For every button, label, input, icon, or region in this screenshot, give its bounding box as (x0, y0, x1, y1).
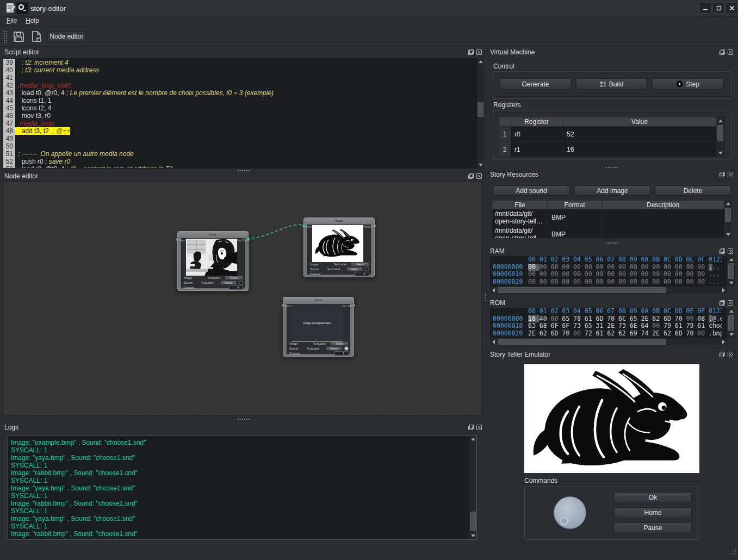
registers-vscrollbar[interactable] (717, 117, 724, 157)
rom-hscrollbar[interactable] (490, 338, 727, 345)
emulator-close-icon[interactable] (727, 351, 734, 358)
port-in-dot[interactable] (282, 304, 284, 307)
resources-col-file[interactable]: File (492, 200, 548, 209)
port-out-dot[interactable] (247, 238, 250, 241)
node-editor-toolbar-button[interactable]: Node editor (47, 31, 86, 42)
vm-float-icon[interactable] (719, 49, 725, 55)
resources-float-icon[interactable] (719, 171, 725, 178)
logs-content[interactable]: Image: "example.bmp" , Sound: "choose1.s… (8, 435, 477, 540)
node-image-select-button[interactable]: Select (351, 262, 369, 266)
resources-col-description[interactable]: Description (602, 200, 724, 209)
code-line: 42.media_loop_start: (3, 82, 476, 89)
script-editor-float-icon[interactable] (468, 49, 474, 55)
hex-row: 0000000000000000000000000000000000000000… (490, 264, 727, 271)
pause-button[interactable]: Pause (614, 522, 692, 533)
node-outputs-spinbox[interactable]: 1 (334, 351, 349, 356)
node-sound-dial-icon[interactable] (239, 281, 243, 285)
resources-close-icon[interactable] (727, 171, 734, 178)
node-image-label: Image (184, 276, 192, 279)
resources-col-format[interactable]: Format (548, 200, 602, 209)
node-sound-select-button[interactable]: Select (346, 267, 363, 271)
logs-vscrollbar[interactable] (469, 435, 476, 539)
close-button[interactable] (725, 2, 738, 14)
menu-help[interactable]: Help (26, 17, 39, 24)
ok-button[interactable]: Ok (614, 492, 692, 503)
register-row[interactable]: 1r052 (499, 127, 724, 142)
log-line: SYSCALL: 1 (11, 492, 476, 500)
node-sound-select-button[interactable]: Select (220, 281, 237, 285)
splitter-resources-ram[interactable] (605, 242, 618, 244)
vm-close-icon[interactable] (727, 49, 734, 55)
splitter-main-vertical[interactable] (485, 293, 487, 301)
splitter-script-node[interactable] (237, 170, 250, 172)
port-in-dot[interactable] (302, 225, 305, 227)
rom-float-icon[interactable] (719, 300, 725, 306)
node-image-yaya (186, 239, 237, 276)
node-rabbit[interactable]: Node Port In Port Out ImageTextLabelSele… (303, 217, 375, 277)
resource-row[interactable]: /mnt/data/git/ open-story-tellBMP (492, 226, 724, 238)
ram-hex-view[interactable]: 000102030405060708090A0B0C0D0E0F01234567… (490, 256, 727, 287)
code-line: 53 load r0, @t3, 4 ; r0 = content in ram… (3, 165, 476, 169)
ram-hscrollbar[interactable] (490, 287, 727, 294)
node-empty[interactable]: Node Port In Port Out Image will appear … (283, 297, 354, 357)
maximize-button[interactable] (712, 2, 725, 14)
add-image-button[interactable]: Add image (574, 185, 650, 196)
rom-panel-title: ROM (490, 299, 505, 307)
ram-close-icon[interactable] (727, 248, 734, 254)
port-out-dot[interactable] (352, 304, 355, 307)
ram-vscrollbar[interactable] (728, 256, 735, 287)
build-button[interactable]: Build (576, 78, 647, 90)
node-outputs-spinbox[interactable]: 4 (229, 285, 243, 290)
vm-panel-title: Virtual Machine (490, 48, 535, 56)
registers-table[interactable]: Register Value 1r0522r116 (499, 117, 724, 157)
splitter-vm-resources[interactable] (605, 166, 618, 169)
logs-float-icon[interactable] (468, 424, 474, 431)
menu-file[interactable]: File (7, 17, 17, 24)
splitter-node-logs[interactable] (237, 418, 250, 420)
port-out-dot[interactable] (373, 225, 376, 227)
node-yaya[interactable]: Node Port In Port Out ImageTextLabelSele… (177, 231, 249, 291)
node-editor-float-icon[interactable] (468, 173, 474, 179)
save-icon[interactable] (13, 30, 25, 43)
resources-vscrollbar[interactable] (724, 200, 731, 238)
script-editor-vscrollbar[interactable] (477, 58, 484, 169)
minimize-button[interactable] (699, 2, 711, 14)
toolbar-grip[interactable] (3, 30, 7, 43)
emulator-float-icon[interactable] (719, 351, 725, 358)
node-image-select-button[interactable]: Select (225, 276, 243, 280)
node-title: Node (304, 218, 374, 224)
node-image-select-button[interactable]: Select (330, 341, 349, 346)
ram-float-icon[interactable] (719, 248, 725, 254)
script-editor-close-icon[interactable] (476, 49, 482, 55)
port-in-dot[interactable] (176, 238, 179, 241)
resource-row[interactable]: /mnt/data/git/ open-story-tell…BMP (492, 209, 724, 226)
volume-knob[interactable] (554, 496, 586, 529)
add-sound-button[interactable]: Add sound (493, 185, 569, 196)
node-editor-canvas[interactable]: Node Port In Port Out ImageTextLabelSele… (3, 182, 482, 416)
line-number: 41 (3, 74, 15, 82)
registers-col-value[interactable]: Value (563, 117, 717, 127)
rom-vscrollbar[interactable] (728, 308, 735, 338)
rom-close-icon[interactable] (727, 300, 734, 306)
node-outputs-spinbox[interactable]: 4 (355, 272, 369, 276)
generate-button[interactable]: Generate (500, 78, 571, 90)
node-sound-select-button[interactable]: Select (326, 346, 342, 351)
script-editor-content[interactable]: 39 ; t2: increment 440 ; t3: current med… (3, 58, 477, 169)
export-file-icon[interactable] (30, 30, 43, 43)
delete-button[interactable]: Delete (655, 185, 731, 196)
home-button[interactable]: Home (614, 507, 692, 518)
resources-table[interactable]: File Format Description /mnt/data/git/ o… (492, 200, 724, 238)
emulator-screen (524, 364, 699, 473)
node-sound-dial-icon[interactable] (344, 346, 349, 351)
rom-hex-view[interactable]: 000102030405060708090A0B0C0D0E0F01234567… (490, 308, 727, 338)
window-resize-grip[interactable] (729, 547, 736, 555)
logs-close-icon[interactable] (476, 424, 482, 431)
register-row[interactable]: 2r116 (499, 142, 724, 157)
step-button[interactable]: Step (652, 78, 723, 90)
registers-col-register[interactable]: Register (511, 117, 563, 127)
node-sound-dial-icon[interactable] (365, 267, 369, 271)
app-icon (16, 2, 28, 14)
node-editor-close-icon[interactable] (476, 173, 482, 179)
log-line: SYSCALL: 1 (11, 477, 476, 484)
code-line: 48 add t3, t2 ; @++ (3, 127, 476, 135)
